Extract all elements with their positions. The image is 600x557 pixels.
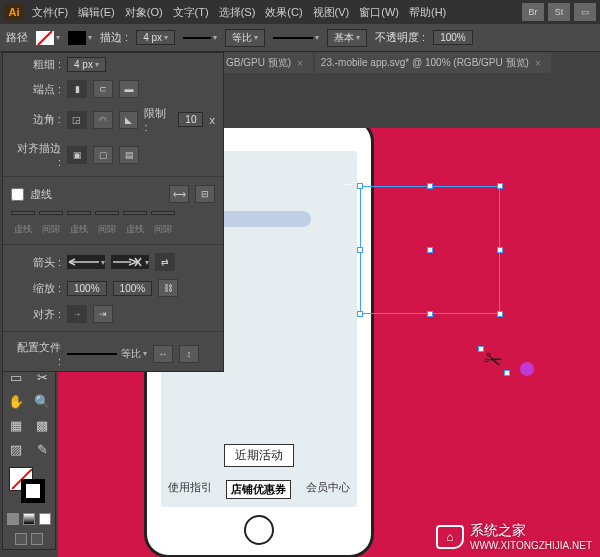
dash-align-button[interactable]: ⊟ <box>195 185 215 203</box>
stock-button[interactable]: St <box>548 3 570 21</box>
mockup-tab: 会员中心 <box>306 480 350 499</box>
resize-handle[interactable] <box>497 311 503 317</box>
menu-edit[interactable]: 编辑(E) <box>78 5 115 20</box>
zoom-tool[interactable]: 🔍 <box>29 389 55 413</box>
arrow-align-b[interactable]: ⇥ <box>93 305 113 323</box>
magenta-dot <box>520 362 534 376</box>
dashed-label: 虚线 <box>30 187 52 202</box>
cap-label: 端点 : <box>11 82 61 97</box>
document-tab[interactable]: GB/GPU 预览)× <box>220 53 313 73</box>
graphic-style-dd[interactable]: 基本 <box>327 29 367 47</box>
resize-handle[interactable] <box>427 311 433 317</box>
perspective-tool[interactable]: ▦ <box>3 413 29 437</box>
resize-handle[interactable] <box>497 183 503 189</box>
stroke-panel: 粗细 : 4 px 端点 : ▮ ⊂ ▬ 边角 : ◲ ◠ ◣ 限制 : 10 … <box>2 52 224 372</box>
gap-input[interactable] <box>39 211 63 215</box>
align-outside-button[interactable]: ▤ <box>119 146 139 164</box>
stroke-width-input[interactable]: 4 px <box>136 30 175 45</box>
menu-view[interactable]: 视图(V) <box>313 5 350 20</box>
profile-dd[interactable]: 等比 <box>67 347 147 361</box>
corner-label: 边角 : <box>11 112 61 127</box>
dash-preserve-button[interactable]: ⟷ <box>169 185 189 203</box>
arrow-swap-button[interactable]: ⇄ <box>155 253 175 271</box>
back-arrow-icon: ← <box>342 176 356 192</box>
align-arrow-label: 对齐 : <box>11 307 61 322</box>
cap-butt-button[interactable]: ▮ <box>67 80 87 98</box>
arrow-scale-b[interactable]: 100% <box>113 281 153 296</box>
color-mode-button[interactable] <box>7 513 19 525</box>
align-inside-button[interactable]: ▢ <box>93 146 113 164</box>
arrow-end-dd[interactable] <box>111 255 149 269</box>
fill-swatch[interactable] <box>36 31 60 45</box>
stroke-label: 描边 : <box>100 30 128 45</box>
corner-round-button[interactable]: ◠ <box>93 111 113 129</box>
flip-x-button[interactable]: ↔ <box>153 345 173 363</box>
path-label: 路径 <box>6 30 28 45</box>
limit-input[interactable]: 10 <box>178 112 203 127</box>
anchor-point[interactable] <box>504 370 510 376</box>
gradient-tool[interactable]: ▨ <box>3 437 29 461</box>
home-button-icon <box>244 515 274 545</box>
stroke-swatch[interactable] <box>68 31 92 45</box>
dashed-checkbox[interactable] <box>11 188 24 201</box>
close-icon[interactable]: × <box>535 58 541 69</box>
resize-handle[interactable] <box>357 183 363 189</box>
menu-window[interactable]: 窗口(W) <box>359 5 399 20</box>
flip-y-button[interactable]: ↕ <box>179 345 199 363</box>
none-mode-button[interactable] <box>39 513 51 525</box>
link-scale-button[interactable]: ⛓ <box>158 279 178 297</box>
brush-dd[interactable] <box>273 33 319 42</box>
limit-suffix: x <box>209 114 215 126</box>
stroke-style-dd[interactable]: 等比 <box>225 29 265 47</box>
menu-bar: Ai 文件(F) 编辑(E) 对象(O) 文字(T) 选择(S) 效果(C) 视… <box>0 0 600 24</box>
align-center-button[interactable]: ▣ <box>67 146 87 164</box>
resize-handle[interactable] <box>427 183 433 189</box>
fill-stroke-control[interactable] <box>3 465 55 509</box>
corner-bevel-button[interactable]: ◣ <box>119 111 139 129</box>
dash-input[interactable] <box>123 211 147 215</box>
mockup-tab-active: 店铺优惠券 <box>226 480 291 499</box>
arrange-button[interactable]: ▭ <box>574 3 596 21</box>
resize-handle[interactable] <box>357 311 363 317</box>
gap-input[interactable] <box>95 211 119 215</box>
pill-shape <box>211 211 311 227</box>
cap-round-button[interactable]: ⊂ <box>93 80 113 98</box>
hand-tool[interactable]: ✋ <box>3 389 29 413</box>
mesh-tool[interactable]: ▩ <box>29 413 55 437</box>
screen-mode-button[interactable] <box>15 533 27 545</box>
opacity-label: 不透明度 : <box>375 30 425 45</box>
center-handle[interactable] <box>427 247 433 253</box>
document-tab[interactable]: 23.-mobile app.svg* @ 100% (RGB/GPU 预览)× <box>315 53 551 73</box>
menu-file[interactable]: 文件(F) <box>32 5 68 20</box>
arrow-align-a[interactable]: → <box>67 305 87 323</box>
menu-object[interactable]: 对象(O) <box>125 5 163 20</box>
weight-input[interactable]: 4 px <box>67 57 106 72</box>
gap-input[interactable] <box>151 211 175 215</box>
stroke-profile-dd[interactable] <box>183 33 217 42</box>
resize-handle[interactable] <box>497 247 503 253</box>
eyedropper-tool[interactable]: ✎ <box>29 437 55 461</box>
selection-bounding-box[interactable] <box>360 186 500 314</box>
gradient-mode-button[interactable] <box>23 513 35 525</box>
arrow-start-dd[interactable] <box>67 255 105 269</box>
arrow-scale-a[interactable]: 100% <box>67 281 107 296</box>
dash-input[interactable] <box>67 211 91 215</box>
close-icon[interactable]: × <box>297 58 303 69</box>
menu-text[interactable]: 文字(T) <box>173 5 209 20</box>
menu-select[interactable]: 选择(S) <box>219 5 256 20</box>
dash-input[interactable] <box>11 211 35 215</box>
menu-effect[interactable]: 效果(C) <box>265 5 302 20</box>
control-bar: 路径 描边 : 4 px 等比 基本 不透明度 : 100% <box>0 24 600 52</box>
mockup-tab: 使用指引 <box>168 480 212 499</box>
watermark: ⌂ 系统之家 WWW.XITONGZHIJIA.NET <box>436 522 592 551</box>
opacity-input[interactable]: 100% <box>433 30 473 45</box>
cap-projecting-button[interactable]: ▬ <box>119 80 139 98</box>
stroke-swatch-tool[interactable] <box>21 479 45 503</box>
anchor-point[interactable] <box>478 346 484 352</box>
screen-mode-button[interactable] <box>31 533 43 545</box>
menu-help[interactable]: 帮助(H) <box>409 5 446 20</box>
profile-label: 配置文件 : <box>11 340 61 367</box>
corner-miter-button[interactable]: ◲ <box>67 111 87 129</box>
bridge-button[interactable]: Br <box>522 3 544 21</box>
resize-handle[interactable] <box>357 247 363 253</box>
